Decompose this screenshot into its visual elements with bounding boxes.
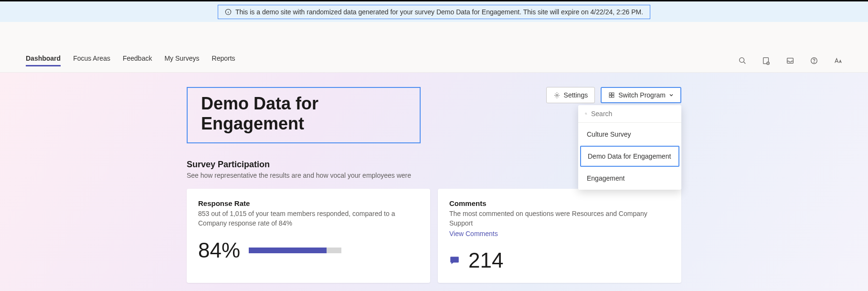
hero-section: Demo Data for Engagement Settings Switch… — [0, 73, 868, 291]
response-rate-progress — [249, 248, 341, 253]
program-icon — [608, 92, 615, 98]
response-rate-metric: 84% — [198, 238, 419, 262]
tab-reports[interactable]: Reports — [212, 54, 235, 66]
svg-point-9 — [814, 62, 815, 63]
help-icon[interactable] — [810, 56, 818, 65]
demo-banner-text: This is a demo site with randomized data… — [235, 8, 643, 16]
settings-label: Settings — [564, 91, 588, 99]
response-rate-value: 84% — [198, 238, 240, 262]
hero-actions: Settings Switch Program Culture Survey D… — [546, 87, 681, 103]
svg-line-4 — [744, 62, 746, 64]
nav-icons — [738, 56, 842, 65]
svg-point-10 — [556, 94, 558, 96]
nav-bar: Dashboard Focus Areas Feedback My Survey… — [0, 49, 868, 73]
comments-title: Comments — [449, 199, 670, 207]
cards-row: Response Rate 853 out of 1,015 of your t… — [187, 189, 681, 283]
tab-dashboard[interactable]: Dashboard — [26, 54, 61, 66]
switch-program-dropdown: Culture Survey Demo Data for Engagement … — [578, 105, 681, 190]
page-title-box: Demo Data for Engagement — [187, 87, 421, 143]
dropdown-search-row — [578, 105, 681, 123]
comments-value: 214 — [468, 248, 503, 272]
dropdown-search-input[interactable] — [591, 110, 675, 118]
settings-button[interactable]: Settings — [546, 87, 595, 103]
chevron-down-icon — [669, 93, 674, 97]
dropdown-item-demo[interactable]: Demo Data for Engagement — [580, 146, 679, 167]
demo-banner-inner: This is a demo site with randomized data… — [218, 5, 650, 19]
search-icon[interactable] — [738, 56, 747, 65]
tab-my-surveys[interactable]: My Surveys — [164, 54, 199, 66]
response-rate-title: Response Rate — [198, 199, 419, 207]
dropdown-item-engagement[interactable]: Engagement — [580, 169, 679, 188]
inbox-icon[interactable] — [786, 56, 794, 65]
svg-point-3 — [740, 57, 744, 62]
info-icon — [225, 9, 232, 15]
response-rate-desc: 853 out of 1,015 of your team members re… — [198, 209, 419, 228]
tab-focus-areas[interactable]: Focus Areas — [73, 54, 110, 66]
svg-rect-7 — [787, 58, 794, 63]
svg-rect-11 — [609, 93, 611, 95]
nav-strip — [0, 22, 868, 49]
text-size-icon[interactable] — [834, 56, 842, 65]
svg-line-16 — [586, 114, 587, 115]
svg-rect-12 — [612, 93, 614, 95]
svg-point-15 — [585, 113, 587, 114]
dropdown-item-culture[interactable]: Culture Survey — [580, 125, 679, 144]
comments-desc: The most commented on questions were Res… — [449, 209, 670, 228]
comment-icon — [449, 255, 460, 266]
switch-program-label: Switch Program — [618, 91, 666, 99]
demo-banner: This is a demo site with randomized data… — [0, 0, 868, 22]
gear-icon — [553, 92, 561, 99]
nav-tabs: Dashboard Focus Areas Feedback My Survey… — [26, 54, 235, 66]
page-title: Demo Data for Engagement — [201, 94, 408, 134]
response-rate-card: Response Rate 853 out of 1,015 of your t… — [187, 189, 430, 283]
view-comments-link[interactable]: View Comments — [449, 230, 498, 237]
switch-program-button[interactable]: Switch Program — [601, 87, 681, 103]
content-wrap: Demo Data for Engagement Settings Switch… — [100, 87, 768, 283]
comments-metric: 214 — [449, 248, 670, 272]
hero-top: Demo Data for Engagement Settings Switch… — [187, 87, 681, 143]
svg-rect-14 — [612, 96, 614, 97]
svg-rect-13 — [609, 96, 611, 97]
tab-feedback[interactable]: Feedback — [123, 54, 152, 66]
notes-icon[interactable] — [762, 56, 771, 65]
response-rate-progress-fill — [249, 248, 327, 253]
comments-card: Comments The most commented on questions… — [438, 189, 681, 283]
search-icon — [585, 110, 587, 117]
